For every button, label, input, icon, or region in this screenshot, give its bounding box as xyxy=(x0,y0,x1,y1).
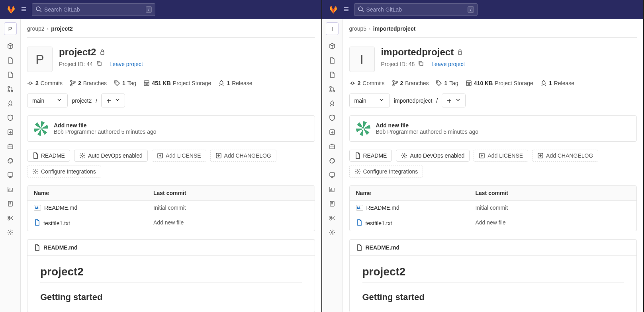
leave-project-link[interactable]: Leave project xyxy=(431,61,465,67)
repo-icon[interactable] xyxy=(4,54,17,67)
table-row[interactable]: M↓README.md Initial commit xyxy=(350,201,637,215)
chip-autodevops[interactable]: Auto DevOps enabled xyxy=(396,150,470,162)
path-label[interactable]: project2 xyxy=(72,98,92,104)
file-last-commit: Add new file xyxy=(153,219,184,227)
project-avatar: P xyxy=(27,47,53,72)
monitor-icon[interactable] xyxy=(4,169,17,181)
lock-icon xyxy=(99,47,106,58)
breadcrumb-group[interactable]: group5 xyxy=(349,25,367,32)
table-header: Name Last commit xyxy=(350,186,637,201)
stat-commits[interactable]: 2 Commits xyxy=(27,80,63,86)
copy-id-icon[interactable] xyxy=(418,60,424,68)
branch-selector[interactable]: main xyxy=(349,94,390,107)
gitlab-logo-icon[interactable] xyxy=(329,4,338,15)
search-input[interactable] xyxy=(44,6,146,13)
settings-icon[interactable] xyxy=(4,226,17,239)
table-row[interactable]: testfile1.txt Add new file xyxy=(27,215,315,231)
readme-h1: project2 xyxy=(362,265,624,283)
commit-author: Bob Programmer xyxy=(376,129,419,135)
monitor-icon[interactable] xyxy=(326,169,339,181)
stat-tags[interactable]: 1 Tag xyxy=(114,80,136,86)
breadcrumb-project[interactable]: importedproject xyxy=(373,25,416,32)
col-commit: Last commit xyxy=(153,190,186,196)
chip-configure-integrations[interactable]: Configure Integrations xyxy=(27,166,101,177)
project-icon[interactable] xyxy=(4,40,17,53)
snippets-icon[interactable] xyxy=(326,212,339,224)
stat-tags[interactable]: 1 Tag xyxy=(436,80,458,86)
branch-selector[interactable]: main xyxy=(27,94,68,107)
repo-icon[interactable] xyxy=(326,54,339,67)
gitlab-logo-icon[interactable] xyxy=(6,4,16,15)
search-input[interactable] xyxy=(366,6,468,13)
stat-releases[interactable]: 1 Release xyxy=(540,80,574,86)
hamburger-icon[interactable] xyxy=(21,6,27,14)
chip-add-changelog[interactable]: Add CHANGELOG xyxy=(532,150,598,162)
chip-readme[interactable]: README xyxy=(27,150,70,162)
file-name: testfile1.txt xyxy=(43,220,70,226)
packages-icon[interactable] xyxy=(4,140,17,153)
hamburger-icon[interactable] xyxy=(343,6,349,14)
commit-time: 5 minutes ago xyxy=(121,129,157,135)
issues-icon[interactable] xyxy=(4,68,17,81)
table-row[interactable]: testfile1.txt Add new file xyxy=(350,215,637,231)
chip-autodevops[interactable]: Auto DevOps enabled xyxy=(74,150,148,162)
project-avatar: I xyxy=(349,47,375,72)
snippets-icon[interactable] xyxy=(4,212,17,224)
stat-commits[interactable]: 2 Commits xyxy=(349,80,385,86)
chip-add-license[interactable]: Add LICENSE xyxy=(474,150,528,162)
files-table: Name Last commit M↓README.md Initial com… xyxy=(349,185,637,231)
latest-commit-card[interactable]: Add new file Bob Programmer authored 5 m… xyxy=(27,115,315,142)
deployments-icon[interactable] xyxy=(326,126,339,138)
deployments-icon[interactable] xyxy=(4,126,17,138)
latest-commit-card[interactable]: Add new file Bob Programmer authored 5 m… xyxy=(349,115,637,142)
breadcrumb-group[interactable]: group2 xyxy=(27,25,45,32)
issues-icon[interactable] xyxy=(326,68,339,81)
settings-icon[interactable] xyxy=(326,226,339,239)
chip-add-changelog[interactable]: Add CHANGELOG xyxy=(210,150,276,162)
security-icon[interactable] xyxy=(4,111,17,124)
search-box[interactable]: / xyxy=(354,3,478,16)
chip-readme[interactable]: README xyxy=(349,150,392,162)
avatar xyxy=(34,121,48,136)
stat-branches[interactable]: 2 Branches xyxy=(70,80,107,86)
table-row[interactable]: M↓README.md Initial commit xyxy=(27,201,315,215)
infrastructure-icon[interactable] xyxy=(4,154,17,167)
mr-icon[interactable] xyxy=(326,83,339,96)
wiki-icon[interactable] xyxy=(4,197,17,210)
commit-time: 5 minutes ago xyxy=(443,129,478,135)
analytics-icon[interactable] xyxy=(4,183,17,196)
search-box[interactable]: / xyxy=(32,3,155,16)
security-icon[interactable] xyxy=(326,111,339,124)
readme-header: README.md xyxy=(27,240,315,256)
copy-id-icon[interactable] xyxy=(96,60,102,68)
mr-icon[interactable] xyxy=(4,83,17,96)
search-icon xyxy=(358,6,364,14)
packages-icon[interactable] xyxy=(326,140,339,153)
wiki-icon[interactable] xyxy=(326,197,339,210)
readme-h2: Getting started xyxy=(362,292,624,302)
path-label[interactable]: importedproject xyxy=(394,98,433,104)
sidebar: P xyxy=(0,19,21,312)
stat-storage[interactable]: 410 KB Project Storage xyxy=(466,80,533,86)
action-chips: README Auto DevOps enabled Add LICENSE A… xyxy=(27,150,315,177)
project-avatar-small[interactable]: P xyxy=(4,22,17,35)
stat-releases[interactable]: 1 Release xyxy=(218,80,252,86)
project-avatar-small[interactable]: I xyxy=(326,22,339,35)
stat-branches[interactable]: 2 Branches xyxy=(392,80,429,86)
project-icon[interactable] xyxy=(326,40,339,53)
add-button[interactable] xyxy=(101,94,125,107)
chip-configure-integrations[interactable]: Configure Integrations xyxy=(349,166,423,177)
infrastructure-icon[interactable] xyxy=(326,154,339,167)
chip-add-license[interactable]: Add LICENSE xyxy=(152,150,206,162)
add-button[interactable] xyxy=(442,94,466,107)
avatar xyxy=(356,121,370,136)
leave-project-link[interactable]: Leave project xyxy=(110,61,143,67)
stat-storage[interactable]: 451 KB Project Storage xyxy=(143,80,211,86)
breadcrumb-project[interactable]: project2 xyxy=(51,25,72,32)
file-name: README.md xyxy=(366,205,399,211)
cicd-icon[interactable] xyxy=(326,97,339,110)
file-last-commit: Add new file xyxy=(476,219,506,227)
analytics-icon[interactable] xyxy=(326,183,339,196)
cicd-icon[interactable] xyxy=(4,97,17,110)
file-name: README.md xyxy=(44,205,77,211)
